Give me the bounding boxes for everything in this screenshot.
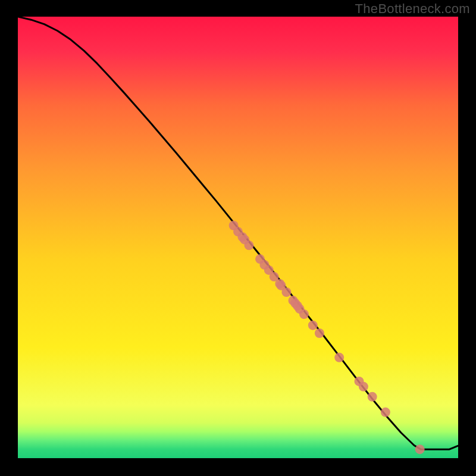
data-point [308,321,318,330]
chart-stage: TheBottleneck.com [0,0,476,476]
data-point [245,240,254,250]
data-point [359,382,368,392]
data-point [334,353,344,362]
data-point [315,328,324,338]
data-point [368,392,377,402]
data-point [299,309,309,319]
chart-svg [0,0,476,476]
data-point [281,287,291,297]
data-point [381,408,390,417]
data-point [415,444,425,454]
